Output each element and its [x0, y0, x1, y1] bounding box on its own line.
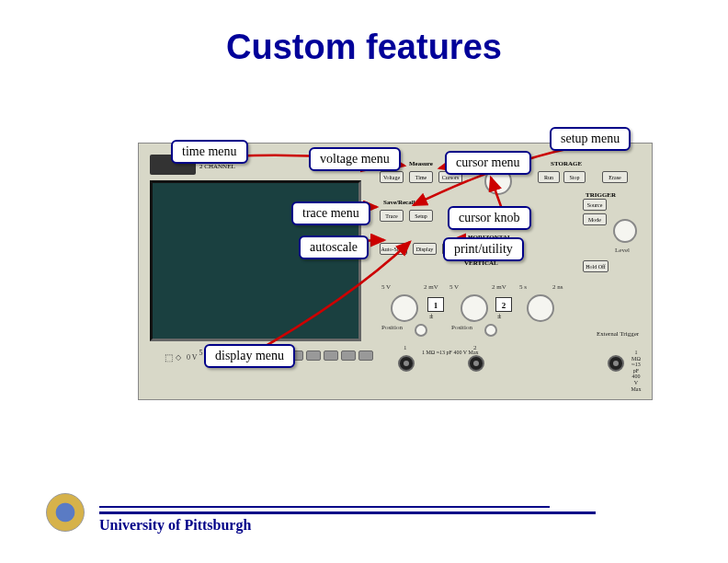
model-chan: 2 CHANNEL — [199, 163, 235, 170]
university-seal — [46, 493, 85, 532]
bnc-ext — [608, 355, 624, 372]
footer-line-thin — [99, 506, 550, 508]
time-knob — [527, 294, 554, 322]
btn-holdoff: Hold Off — [583, 260, 609, 272]
btn-voltage: Voltage — [380, 171, 404, 183]
section-trigger: TRIGGER — [586, 191, 616, 199]
btn-time: Time — [409, 171, 433, 183]
ch1-box: 1 — [427, 297, 444, 312]
btn-stop: Stop — [563, 171, 586, 183]
pos-knob-2 — [484, 324, 497, 337]
callout-voltage-menu: voltage menu — [309, 147, 401, 171]
ch2-box: 2 — [495, 297, 512, 312]
scale-2ns: 2 ns — [552, 283, 563, 291]
btn-source: Source — [583, 199, 607, 211]
level-label: Level — [615, 247, 630, 254]
volts-knob-1 — [391, 294, 418, 322]
btn-autoscale: Auto-Scale — [380, 243, 407, 255]
ext-trigger-label: External Trigger — [597, 331, 639, 339]
pos-knob-1 — [415, 324, 427, 337]
footer-line-thick — [99, 511, 596, 514]
btn-setup: Setup — [409, 210, 433, 222]
position-2: Position — [451, 324, 472, 331]
callout-trace-menu: trace menu — [291, 201, 370, 225]
callout-time-menu: time menu — [171, 140, 248, 164]
volts-knob-2 — [461, 294, 488, 322]
btn-display: Display — [413, 243, 437, 255]
btn-erase: Erase — [602, 171, 628, 183]
callout-print-utility: print/utility — [443, 237, 524, 261]
callout-cursor-menu: cursor menu — [445, 151, 531, 175]
scale-5v-1: 5 V — [381, 283, 391, 291]
section-saverecall: Save/Recall — [383, 199, 415, 206]
btn-trace: Trace — [380, 210, 404, 222]
footer-text: University of Pittsburgh — [99, 517, 251, 534]
scale-2mv-1: 2 mV — [424, 283, 438, 291]
btn-mode: Mode — [583, 213, 607, 225]
callout-autoscale: autoscale — [299, 236, 369, 259]
scale-2mv-2: 2 mV — [492, 283, 506, 291]
section-storage: STORAGE — [551, 160, 582, 167]
position-1: Position — [381, 324, 403, 331]
slide-title: Custom features — [0, 28, 728, 67]
ch1-num: 1 — [404, 344, 407, 351]
impedance-ext: 1 MΩ ≈13 pF 400 V Max — [630, 350, 643, 392]
scale-5s: 5 s — [519, 283, 527, 291]
btn-run: Run — [538, 171, 560, 183]
scope-control-panel: Measure STORAGE Save/Recall HORIZONTAL T… — [376, 155, 643, 389]
impedance-1: 1 MΩ ≈13 pF 400 V Max — [422, 350, 479, 356]
callout-display-menu: display menu — [204, 344, 295, 368]
bnc-ch2 — [468, 355, 484, 372]
callout-setup-menu: setup menu — [550, 127, 631, 151]
bnc-ch1 — [398, 355, 415, 372]
scale-5v-2: 5 V — [449, 283, 459, 291]
level-knob — [613, 219, 637, 243]
callout-cursor-knob: cursor knob — [448, 206, 531, 230]
section-measure: Measure — [409, 160, 433, 167]
